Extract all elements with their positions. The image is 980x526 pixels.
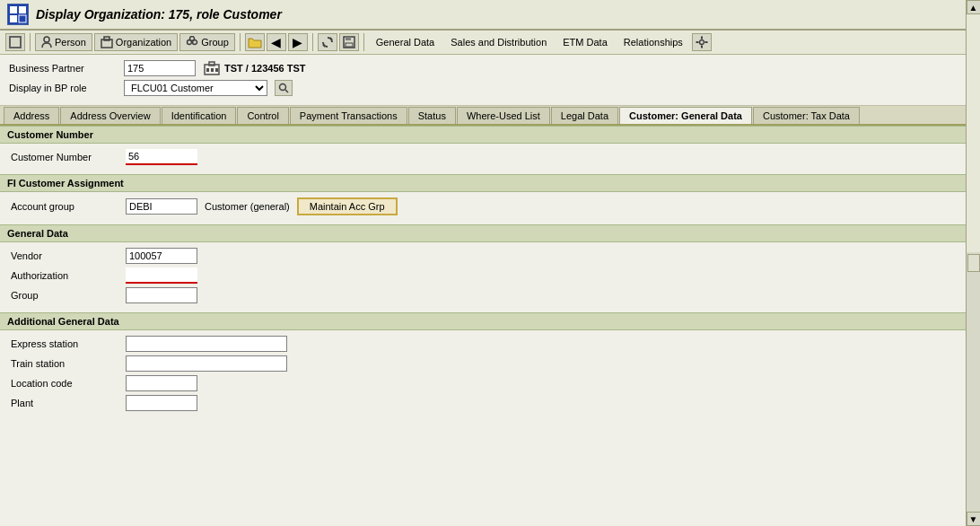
settings-icon-btn[interactable] — [692, 33, 712, 51]
svg-rect-16 — [346, 43, 353, 47]
general-data-header: General Data — [0, 224, 980, 242]
train-station-label: Train station — [11, 358, 118, 369]
vendor-label: Vendor — [11, 250, 118, 261]
account-group-row: Account group Customer (general) Maintai… — [11, 197, 969, 215]
etm-data-btn[interactable]: ETM Data — [556, 35, 615, 49]
role-row: Display in BP role FLCU01 Customer — [9, 80, 971, 96]
svg-rect-4 — [19, 15, 26, 22]
general-data-btn[interactable]: General Data — [369, 35, 442, 49]
express-station-label: Express station — [11, 338, 118, 349]
title-bar: Display Organization: 175, role Customer — [0, 0, 980, 31]
refresh-btn[interactable] — [318, 33, 337, 51]
person-btn[interactable]: Person — [35, 33, 92, 51]
plant-label: Plant — [11, 398, 118, 408]
scroll-up-btn[interactable]: ▲ — [967, 0, 981, 14]
scroll-thumb[interactable] — [967, 254, 980, 272]
location-code-row: Location code — [11, 375, 969, 391]
scroll-track[interactable] — [967, 14, 980, 252]
role-select[interactable]: FLCU01 Customer — [124, 80, 267, 96]
tab-payment-transactions[interactable]: Payment Transactions — [290, 107, 407, 125]
header-area: Business Partner TST / 123456 TST Displa… — [0, 55, 980, 106]
organization-btn[interactable]: Organization — [94, 33, 178, 51]
forward-btn[interactable]: ▶ — [288, 33, 308, 51]
account-group-input[interactable] — [126, 198, 197, 215]
tab-identification[interactable]: Identification — [162, 107, 237, 125]
svg-point-6 — [44, 37, 49, 42]
train-station-input[interactable] — [126, 355, 287, 372]
account-group-label: Account group — [11, 201, 118, 212]
main-content: Customer Number Customer Number FI Custo… — [0, 126, 980, 517]
svg-rect-24 — [206, 68, 209, 72]
customer-number-header: Customer Number — [0, 126, 980, 144]
back-btn[interactable]: ◀ — [267, 33, 286, 51]
account-group-desc: Customer (general) — [205, 201, 290, 212]
svg-rect-1 — [10, 6, 17, 13]
tab-address[interactable]: Address — [4, 107, 59, 125]
svg-rect-25 — [211, 68, 214, 72]
location-code-input[interactable] — [126, 375, 197, 391]
toolbar: Person Organization Group ◀ ▶ General Da… — [0, 31, 980, 55]
bp-row: Business Partner TST / 123456 TST — [9, 60, 971, 76]
tst-badge: TST / 123456 TST — [203, 61, 305, 75]
sep1 — [30, 33, 31, 51]
scrollbar[interactable]: ▲ ▼ — [966, 0, 980, 517]
sep4 — [363, 33, 364, 51]
tab-customer-tax-data[interactable]: Customer: Tax Data — [753, 107, 860, 125]
express-station-input[interactable] — [126, 336, 287, 352]
customer-number-row: Customer Number — [11, 149, 969, 165]
scroll-down-btn[interactable]: ▼ — [967, 512, 981, 517]
tab-where-used-list[interactable]: Where-Used List — [457, 107, 550, 125]
customer-number-label: Customer Number — [11, 152, 118, 162]
bp-input[interactable] — [124, 60, 196, 76]
train-station-row: Train station — [11, 355, 969, 372]
role-search-btn[interactable] — [275, 80, 293, 96]
tab-legal-data[interactable]: Legal Data — [551, 107, 618, 125]
location-code-label: Location code — [11, 378, 118, 389]
tst-text: TST / 123456 TST — [224, 63, 305, 74]
page-title: Display Organization: 175, role Customer — [36, 7, 282, 22]
group-input[interactable] — [126, 287, 197, 303]
group-btn[interactable]: Group — [179, 33, 235, 51]
general-data-section: General Data Vendor Authorization Group — [0, 224, 980, 312]
svg-rect-8 — [104, 37, 109, 40]
sep2 — [240, 33, 241, 51]
svg-rect-18 — [701, 37, 703, 39]
tab-address-overview[interactable]: Address Overview — [60, 107, 160, 125]
tab-customer-general-data[interactable]: Customer: General Data — [619, 107, 752, 125]
additional-section: Additional General Data Express station … — [0, 312, 980, 420]
maintain-acc-grp-btn[interactable]: Maintain Acc Grp — [297, 197, 398, 215]
folder-icon-btn[interactable] — [245, 33, 265, 51]
svg-line-28 — [285, 90, 288, 92]
toolbar-square-btn[interactable] — [5, 33, 25, 51]
svg-rect-3 — [10, 15, 17, 22]
svg-rect-21 — [704, 41, 707, 43]
vendor-row: Vendor — [11, 248, 969, 264]
svg-marker-12 — [330, 37, 333, 39]
additional-header: Additional General Data — [0, 312, 980, 330]
tab-control[interactable]: Control — [237, 107, 288, 125]
sales-distribution-btn[interactable]: Sales and Distribution — [443, 35, 554, 49]
svg-marker-13 — [322, 45, 325, 48]
group-label: Group — [11, 290, 118, 301]
tabs-container: Address Address Overview Identification … — [0, 106, 980, 126]
authorization-input[interactable] — [126, 267, 197, 284]
express-station-row: Express station — [11, 336, 969, 352]
general-data-content: Vendor Authorization Group — [0, 242, 980, 312]
svg-point-11 — [190, 37, 195, 41]
vendor-input[interactable] — [126, 248, 197, 264]
svg-point-27 — [280, 84, 286, 91]
svg-point-17 — [699, 40, 704, 45]
customer-number-input[interactable] — [126, 149, 197, 165]
svg-rect-2 — [19, 6, 26, 13]
tab-status[interactable]: Status — [408, 107, 456, 125]
svg-rect-23 — [209, 62, 214, 66]
customer-number-section: Customer Number Customer Number — [0, 126, 980, 174]
plant-input[interactable] — [126, 395, 197, 411]
bp-label: Business Partner — [9, 63, 117, 74]
relationships-btn[interactable]: Relationships — [617, 35, 690, 49]
group-row: Group — [11, 287, 969, 303]
save-icon-btn[interactable] — [339, 33, 359, 51]
app-icon — [7, 4, 29, 25]
fi-assignment-content: Account group Customer (general) Maintai… — [0, 192, 980, 224]
svg-rect-26 — [215, 68, 218, 72]
